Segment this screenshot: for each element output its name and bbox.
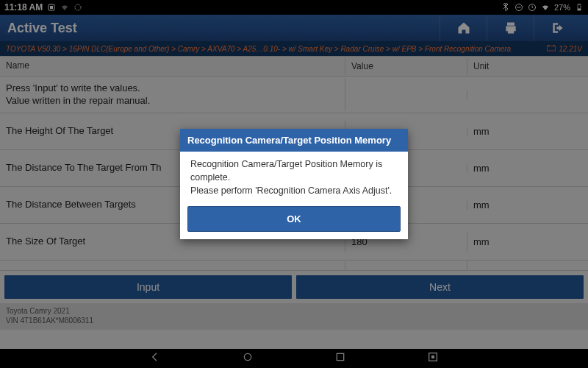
dialog-text-1: Recognition Camera/Target Position Memor… bbox=[190, 158, 398, 184]
dialog-body: Recognition Camera/Target Position Memor… bbox=[180, 152, 408, 202]
dialog-text-2: Please perform 'Recognition Camera Axis … bbox=[190, 184, 398, 197]
dialog: Recognition Camera/Target Position Memor… bbox=[180, 129, 408, 239]
ok-button[interactable]: OK bbox=[187, 206, 401, 232]
modal-overlay: Recognition Camera/Target Position Memor… bbox=[0, 0, 588, 368]
dialog-title: Recognition Camera/Target Position Memor… bbox=[180, 129, 408, 152]
